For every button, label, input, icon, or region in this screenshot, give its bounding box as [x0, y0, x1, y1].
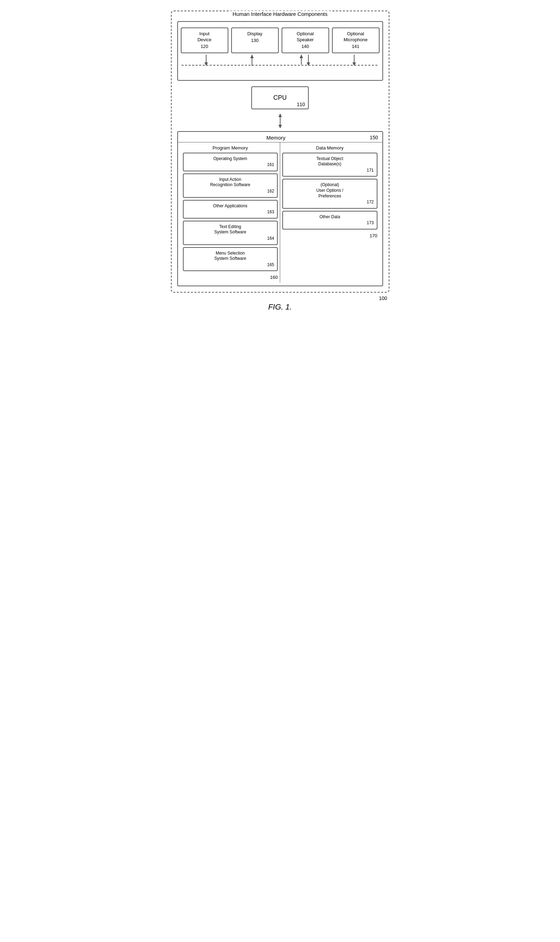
optional-speaker-num: 140: [286, 44, 325, 50]
text-editing-num: 164: [186, 236, 275, 242]
optional-microphone-label: OptionalMicrophone: [344, 31, 368, 42]
svg-marker-4: [250, 55, 254, 58]
optional-microphone-box: OptionalMicrophone 141: [332, 28, 380, 53]
svg-marker-13: [278, 125, 282, 128]
program-memory-title: Program Memory: [183, 145, 278, 151]
user-options-label: (Optional)User Options /Preferences: [316, 182, 343, 198]
input-action-num: 162: [186, 189, 275, 194]
user-options-num: 172: [286, 200, 374, 205]
textual-object-item: Textual ObjectDatabase(s) 171: [282, 152, 377, 177]
memory-section: Memory 150 Program Memory Operating Syst…: [177, 131, 383, 286]
program-memory: Program Memory Operating System 161 Inpu…: [181, 142, 280, 283]
menu-selection-item: Menu SelectionSystem Software 165: [183, 247, 278, 271]
os-label: Operating System: [213, 156, 247, 161]
page-container: Human Interface Hardware Components Inpu…: [171, 11, 389, 312]
hardware-section: InputDevice 120 Display 130 OptionalSpea…: [177, 21, 383, 81]
data-memory-num: 170: [282, 232, 377, 238]
other-applications-label: Other Applications: [213, 203, 248, 208]
other-data-num: 173: [286, 220, 374, 226]
cpu-num: 110: [297, 102, 305, 107]
input-device-label: InputDevice: [197, 31, 211, 42]
memory-label: Memory: [182, 135, 370, 141]
other-applications-item: Other Applications 163: [183, 200, 278, 219]
display-num: 130: [235, 38, 275, 44]
textual-object-label: Textual ObjectDatabase(s): [317, 156, 343, 167]
input-device-num: 120: [185, 44, 224, 50]
data-memory-title: Data Memory: [282, 145, 377, 151]
vertical-arrow-svg: [273, 112, 287, 130]
os-item: Operating System 161: [183, 152, 278, 171]
svg-marker-12: [278, 114, 282, 117]
text-editing-label: Text EditingSystem Software: [214, 224, 246, 235]
svg-marker-6: [300, 55, 303, 58]
optional-speaker-box: OptionalSpeaker 140: [282, 28, 329, 53]
arrows-svg: [181, 55, 380, 76]
hardware-arrows: [181, 55, 380, 76]
diagram-number: 100: [379, 296, 387, 301]
optional-microphone-num: 141: [336, 44, 375, 50]
display-label: Display: [248, 31, 263, 36]
cpu-label: CPU: [273, 94, 286, 101]
input-action-item: Input ActionRecognition Software 162: [183, 174, 278, 198]
cpu-box: CPU 110: [251, 86, 308, 109]
cpu-memory-arrow: [177, 112, 383, 130]
optional-speaker-label: OptionalSpeaker: [297, 31, 314, 42]
os-num: 161: [186, 162, 275, 168]
other-applications-num: 163: [186, 209, 275, 215]
data-memory: Data Memory Textual ObjectDatabase(s) 17…: [280, 142, 380, 283]
memory-num: 150: [370, 135, 378, 140]
hardware-boxes: InputDevice 120 Display 130 OptionalSpea…: [181, 28, 380, 53]
program-memory-num: 160: [183, 273, 278, 280]
outer-diagram: Human Interface Hardware Components Inpu…: [171, 11, 389, 292]
text-editing-item: Text EditingSystem Software 164: [183, 221, 278, 245]
cpu-section: CPU 110: [177, 86, 383, 109]
memory-content: Program Memory Operating System 161 Inpu…: [178, 142, 382, 286]
figure-caption: FIG. 1.: [268, 302, 292, 312]
outer-label: Human Interface Hardware Components: [230, 11, 330, 17]
menu-selection-num: 165: [186, 262, 275, 268]
memory-header: Memory 150: [178, 132, 382, 142]
textual-object-num: 171: [286, 168, 374, 174]
other-data-item: Other Data 173: [282, 211, 377, 229]
user-options-item: (Optional)User Options /Preferences 172: [282, 179, 377, 208]
input-action-label: Input ActionRecognition Software: [210, 177, 250, 188]
other-data-label: Other Data: [319, 214, 340, 219]
input-device-box: InputDevice 120: [181, 28, 228, 53]
display-box: Display 130: [231, 28, 279, 53]
menu-selection-label: Menu SelectionSystem Software: [214, 251, 246, 261]
